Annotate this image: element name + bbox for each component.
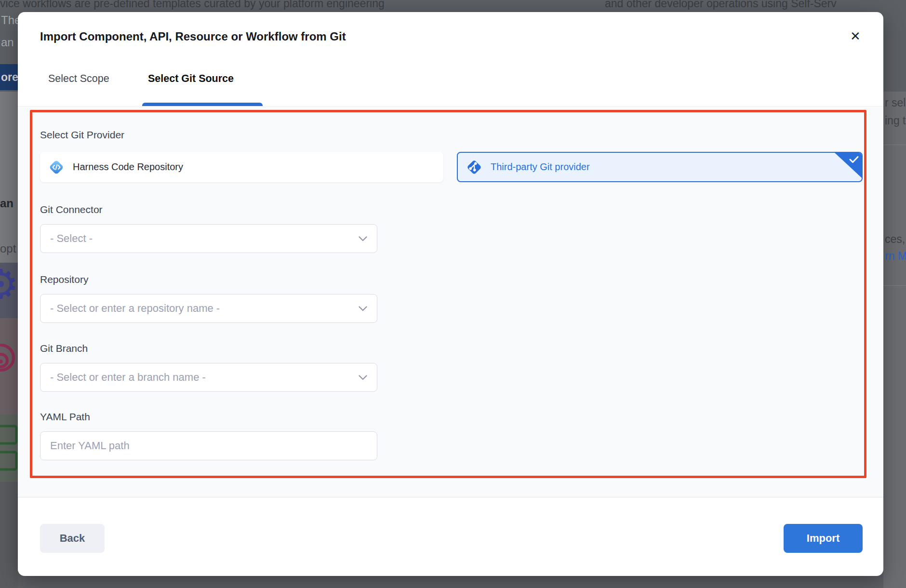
chevron-down-icon <box>359 306 367 311</box>
close-icon[interactable]: ✕ <box>847 27 864 45</box>
import-button[interactable]: Import <box>784 524 863 553</box>
backdrop-button-fragment: ore <box>0 64 20 90</box>
import-modal: Import Component, API, Resource or Workf… <box>18 12 883 576</box>
yaml-path-label: YAML Path <box>40 411 90 423</box>
git-icon <box>466 159 483 176</box>
backdrop-fragment: ces, <box>885 233 905 246</box>
provider-card-third-party-git[interactable]: Third-party Git provider <box>457 152 863 182</box>
placeholder-text: - Select or enter a branch name - <box>50 371 359 384</box>
git-branch-select[interactable]: - Select or enter a branch name - <box>40 363 377 392</box>
tab-select-scope[interactable]: Select Scope <box>48 73 109 85</box>
backdrop-left-bottom <box>0 482 18 588</box>
selected-check-corner <box>834 152 862 178</box>
repository-label: Repository <box>40 274 88 285</box>
select-git-provider-label: Select Git Provider <box>40 129 124 141</box>
backdrop-fragment: r sel <box>885 96 906 109</box>
backdrop-fragment: an <box>0 197 13 210</box>
backdrop-top-right-text: and other developer operations using Sel… <box>605 0 837 10</box>
backdrop-fragment: an <box>1 36 14 49</box>
squares-icon <box>0 424 19 477</box>
backdrop-fragment: opt <box>0 242 16 255</box>
yaml-path-input[interactable] <box>40 431 377 460</box>
git-connector-select[interactable]: - Select - <box>40 224 377 253</box>
backdrop-right-line <box>883 285 906 286</box>
gear-icon: ⚙ <box>0 264 19 305</box>
modal-title: Import Component, API, Resource or Workf… <box>40 30 346 43</box>
provider-card-label: Third-party Git provider <box>491 161 590 173</box>
active-tab-underline <box>142 103 263 106</box>
tab-select-git-source[interactable]: Select Git Source <box>148 73 234 85</box>
git-branch-label: Git Branch <box>40 343 88 354</box>
chevron-down-icon <box>359 236 367 241</box>
swirl-icon <box>0 334 18 382</box>
backdrop-fragment: ing t <box>885 114 906 127</box>
repository-select[interactable]: - Select or enter a repository name - <box>40 294 377 323</box>
backdrop-right-line <box>883 145 906 145</box>
screen: vice workflows are pre-defined templates… <box>0 0 906 588</box>
chevron-down-icon <box>359 375 367 380</box>
code-diamond-icon <box>48 159 65 176</box>
provider-card-harness-code[interactable]: Harness Code Repository <box>40 152 443 182</box>
placeholder-text: - Select or enter a repository name - <box>50 302 359 315</box>
check-icon <box>849 156 859 163</box>
git-connector-label: Git Connector <box>40 204 103 215</box>
placeholder-text: - Select - <box>50 232 359 245</box>
backdrop-link-fragment: rn M <box>885 250 906 263</box>
backdrop-top-left-text: vice workflows are pre-defined templates… <box>0 0 385 10</box>
backdrop-right-light <box>883 92 906 588</box>
provider-card-label: Harness Code Repository <box>73 161 183 173</box>
back-button[interactable]: Back <box>40 524 105 553</box>
